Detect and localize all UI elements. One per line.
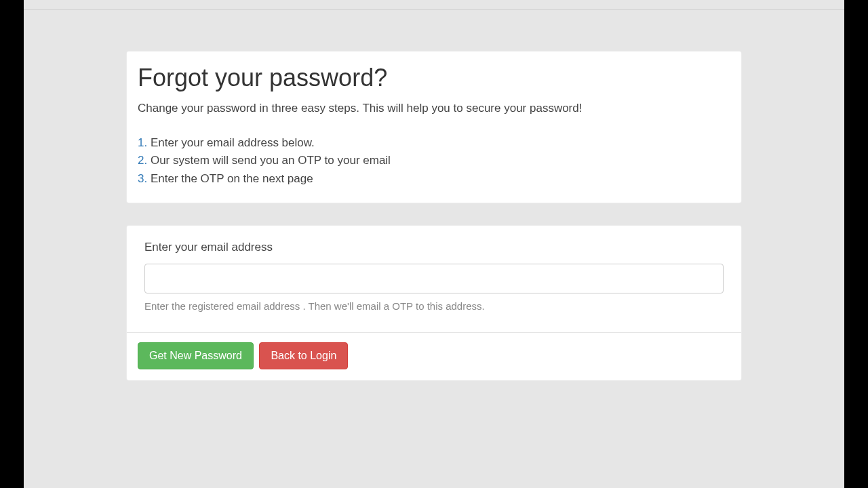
- step-item: 3. Enter the OTP on the next page: [138, 170, 730, 188]
- steps-list: 1. Enter your email address below. 2. Ou…: [138, 134, 730, 188]
- email-label: Enter your email address: [138, 241, 730, 254]
- get-new-password-button[interactable]: Get New Password: [138, 342, 254, 369]
- page-title: Forgot your password?: [138, 64, 730, 92]
- step-number: 2.: [138, 154, 147, 167]
- step-text: Enter your email address below.: [147, 136, 315, 149]
- page-subtitle: Change your password in three easy steps…: [138, 102, 730, 115]
- email-field[interactable]: [144, 264, 724, 293]
- step-item: 1. Enter your email address below.: [138, 134, 730, 152]
- step-text: Enter the OTP on the next page: [147, 172, 313, 185]
- form-card: Enter your email address Enter the regis…: [126, 225, 742, 381]
- page-wrapper: Forgot your password? Change your passwo…: [24, 0, 844, 488]
- step-text: Our system will send you an OTP to your …: [147, 154, 391, 167]
- back-to-login-button[interactable]: Back to Login: [259, 342, 348, 369]
- button-section: Get New Password Back to Login: [127, 332, 741, 380]
- email-help-text: Enter the registered email address . The…: [138, 300, 730, 312]
- instructions-card: Forgot your password? Change your passwo…: [126, 51, 742, 203]
- top-divider: [24, 9, 844, 10]
- step-number: 1.: [138, 136, 147, 149]
- step-item: 2. Our system will send you an OTP to yo…: [138, 152, 730, 169]
- step-number: 3.: [138, 172, 147, 185]
